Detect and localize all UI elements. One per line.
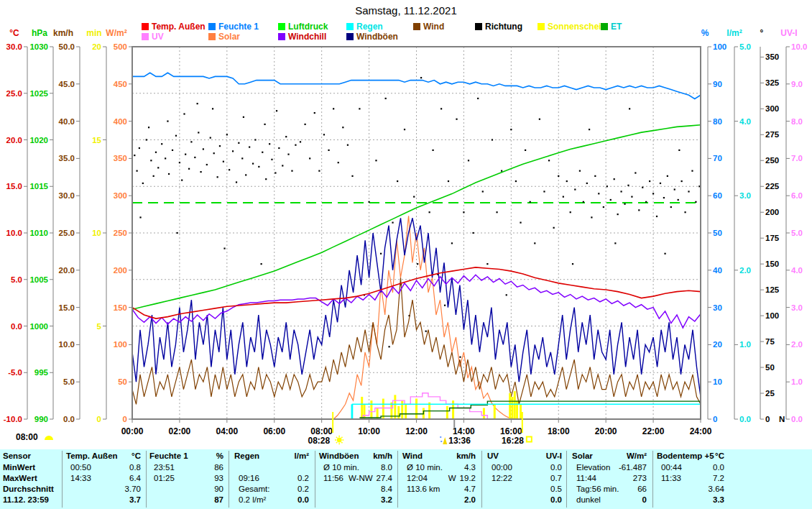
axis-unit-label: km/h — [53, 28, 73, 38]
svg-text:50: 50 — [118, 377, 127, 386]
svg-text:7.0: 7.0 — [791, 154, 803, 162]
table-cell-label: 14:33 — [70, 474, 91, 482]
svg-text:90: 90 — [713, 80, 722, 88]
svg-text:250: 250 — [765, 156, 779, 165]
table-cell-value: 7.2 — [713, 474, 724, 482]
svg-text:9.0: 9.0 — [791, 80, 803, 88]
svg-text:150: 150 — [765, 260, 779, 268]
svg-text:0: 0 — [97, 415, 101, 423]
axis-C: -10.0-5.00.05.010.015.020.025.030.0°C — [4, 28, 27, 423]
svg-text:125: 125 — [765, 285, 780, 294]
svg-text:10: 10 — [713, 377, 722, 386]
svg-text:15: 15 — [92, 136, 101, 145]
svg-text:25: 25 — [765, 389, 775, 398]
table-cell-value: 93 — [214, 474, 223, 482]
table-cell-value: 3.3 — [713, 495, 724, 504]
axis-Wm: 050100150200250300350400450500W/m² — [106, 28, 132, 423]
table-group-name: UV — [487, 451, 499, 460]
svg-text:15.0: 15.0 — [59, 303, 75, 312]
table-cell-value: 0.8 — [129, 463, 141, 472]
afternoon-time: 13:36 — [448, 436, 471, 446]
svg-text:350: 350 — [114, 154, 127, 162]
table-cell-value: 3.70 — [125, 485, 141, 493]
svg-text:1000: 1000 — [29, 322, 48, 331]
svg-text:3.0: 3.0 — [739, 191, 751, 200]
morning-sun-icon — [45, 436, 53, 440]
table-separator — [315, 451, 315, 508]
svg-text:5.0: 5.0 — [63, 377, 75, 386]
series-sonnenschein — [362, 391, 521, 419]
svg-text:5.0: 5.0 — [739, 42, 751, 51]
svg-text:6.0: 6.0 — [791, 191, 803, 200]
table-cell-label: 11:33 — [661, 474, 681, 482]
axis-: 0102030405060708090100% — [701, 28, 727, 423]
table-cell-label: Ø 10 min. — [407, 463, 443, 472]
table-cell-value: 8.0 — [381, 463, 392, 472]
table-cell-value: 0.0 — [550, 495, 562, 504]
table-group-unit: °C — [132, 451, 141, 460]
svg-text:175: 175 — [765, 234, 780, 242]
svg-text:250: 250 — [114, 229, 127, 237]
svg-text:300: 300 — [765, 104, 779, 113]
svg-text:50: 50 — [765, 363, 775, 372]
table-group-unit: UV-I — [546, 451, 562, 460]
x-tick-label: 10:00 — [358, 426, 380, 436]
table-separator — [481, 451, 482, 508]
svg-text:45.0: 45.0 — [59, 80, 75, 88]
x-tick-label: 24:00 — [690, 426, 712, 436]
table-cell-label: Ø 10 min. — [323, 463, 359, 472]
table-group-uv: UVUV-I00:000.012:220.70.50.0 — [487, 449, 562, 509]
moonrise-icon — [443, 437, 447, 444]
svg-text:1010: 1010 — [29, 229, 48, 237]
svg-text:50.0: 50.0 — [59, 42, 75, 51]
table-cell-value: 8.4 — [381, 485, 392, 493]
svg-text:0.0: 0.0 — [791, 415, 803, 423]
table-cell-value: 0 — [642, 495, 647, 504]
table-cell-label: 23:51 — [154, 463, 175, 472]
table-group-feuchte-1: Feuchte 1%23:518601:25939087 — [149, 449, 223, 509]
x-tick-label: 00:00 — [121, 426, 144, 436]
table-group-name: Feuchte 1 — [149, 451, 188, 460]
axis-unit-label: W/m² — [106, 28, 126, 38]
x-tick-label: 02:00 — [169, 426, 191, 436]
table-cell-label: 11:44 — [576, 474, 596, 482]
svg-text:0: 0 — [765, 415, 770, 423]
svg-text:0: 0 — [713, 415, 717, 423]
axis-unit-label: % — [701, 28, 709, 38]
table-cell-value: 0.0 — [713, 463, 724, 472]
table-cell-label: dunkel — [576, 495, 601, 504]
axis-lm: 0.01.02.03.04.05.0l/m² — [726, 28, 751, 423]
sunset-time: 16:28 — [502, 436, 524, 446]
svg-text:40: 40 — [713, 266, 722, 275]
svg-text:0.0: 0.0 — [11, 322, 22, 331]
table-group-windb-en: Windböenkm/hØ 10 min.8.011:56W-NW27.48.4… — [319, 449, 392, 509]
svg-text:60: 60 — [713, 191, 722, 200]
svg-text:50: 50 — [713, 229, 722, 237]
table-group-name: Windböen — [319, 451, 359, 460]
table-cell-value: 0.2 — [297, 485, 309, 493]
x-tick-label: 08:00 — [310, 426, 333, 436]
svg-text:70: 70 — [713, 154, 722, 162]
table-cell-value: 4.7 — [464, 485, 476, 493]
svg-text:20: 20 — [92, 42, 101, 51]
table-cell-value: 3.7 — [129, 495, 141, 504]
svg-text:80: 80 — [713, 117, 722, 126]
table-cell-label: 01:25 — [154, 474, 175, 482]
table-cell-value: 86 — [214, 463, 223, 472]
svg-text:1020: 1020 — [29, 136, 48, 145]
svg-text:30: 30 — [713, 303, 722, 312]
svg-text:100: 100 — [114, 340, 127, 349]
table-cell-value: 0.2 — [297, 474, 309, 482]
table-separator — [397, 451, 398, 508]
axis-UVI: 0.01.02.03.04.05.06.07.08.09.010.0UV-I — [780, 28, 807, 423]
table-group-name: Temp. Außen — [66, 451, 118, 460]
sunrise-time: 08:28 — [308, 436, 330, 446]
svg-text:1030: 1030 — [29, 42, 48, 51]
table-cell-value: 90 — [214, 485, 223, 493]
table-group-unit: km/h — [456, 451, 476, 460]
svg-text:0.0: 0.0 — [63, 415, 75, 423]
table-group-name: Solar — [572, 451, 593, 460]
svg-text:20.0: 20.0 — [59, 266, 75, 275]
svg-text:20.0: 20.0 — [6, 136, 22, 145]
table-cell-label: 00:00 — [492, 463, 512, 472]
